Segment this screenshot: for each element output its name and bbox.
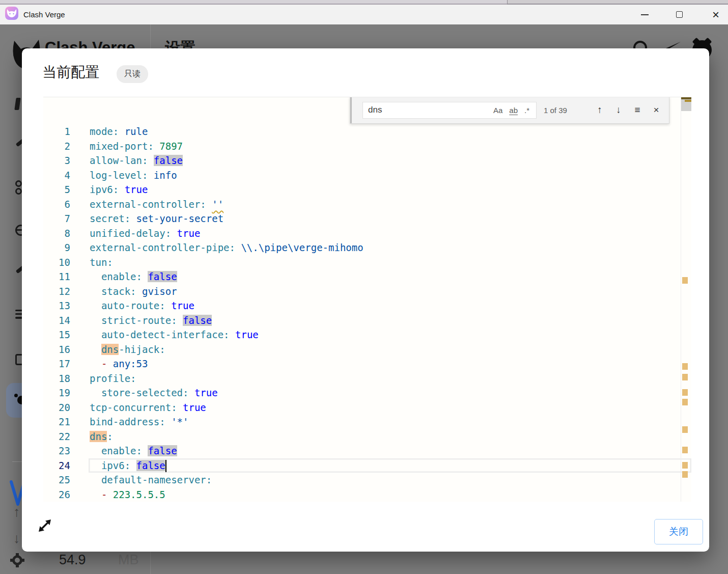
code-line-9[interactable]: 9external-controller-pipe: \\.\pipe\verg… bbox=[43, 240, 691, 255]
code-line-17[interactable]: 17 - any:53 bbox=[43, 357, 691, 371]
code-line-22[interactable]: 22dns: bbox=[43, 429, 691, 444]
readonly-badge: 只读 bbox=[117, 65, 148, 83]
code-text: - 223.5.5.5 bbox=[89, 487, 691, 502]
code-text: external-controller-pipe: \\.\pipe\verge… bbox=[89, 240, 691, 255]
code-line-13[interactable]: 13 auto-route: true bbox=[43, 298, 691, 313]
app-logo-icon bbox=[5, 7, 18, 20]
search-match-mark bbox=[682, 426, 688, 433]
code-text: default-nameserver: bbox=[89, 473, 691, 487]
sidebar-item-connections-icon bbox=[15, 180, 22, 196]
match-case-toggle[interactable]: Aa bbox=[493, 106, 502, 115]
line-number: 1 bbox=[43, 124, 70, 139]
code-line-19[interactable]: 19 store-selected: true bbox=[43, 386, 691, 400]
maximize-button[interactable] bbox=[668, 5, 690, 24]
code-text: mode: rule bbox=[89, 124, 691, 139]
code-line-5[interactable]: 5ipv6: true bbox=[43, 182, 691, 197]
find-widget-resize-sash[interactable] bbox=[350, 97, 352, 123]
line-number: 24 bbox=[43, 458, 70, 473]
code-text: mixed-port: 7897 bbox=[89, 139, 691, 154]
search-match-mark bbox=[682, 389, 688, 396]
window-title: Clash Verge bbox=[23, 5, 65, 24]
code-line-18[interactable]: 18profile: bbox=[43, 371, 691, 386]
line-number: 9 bbox=[43, 240, 70, 255]
code-line-10[interactable]: 10tun: bbox=[43, 255, 691, 270]
code-text: dns-hijack: bbox=[89, 342, 691, 357]
code-line-8[interactable]: 8unified-delay: true bbox=[43, 226, 691, 241]
line-number: 12 bbox=[43, 284, 70, 299]
code-line-25[interactable]: 25 default-nameserver: bbox=[43, 473, 691, 487]
minimize-icon bbox=[641, 14, 649, 15]
code-text: dns: bbox=[89, 429, 691, 444]
line-number: 21 bbox=[43, 415, 70, 429]
code-line-23[interactable]: 23 enable: false bbox=[43, 444, 691, 458]
memory-usage-unit: MB bbox=[118, 552, 139, 568]
find-results-count: 1 of 39 bbox=[544, 106, 567, 115]
line-number: 13 bbox=[43, 298, 70, 313]
code-line-2[interactable]: 2mixed-port: 7897 bbox=[43, 139, 691, 154]
overview-ruler[interactable] bbox=[681, 97, 691, 502]
search-match-mark bbox=[682, 277, 688, 284]
find-next-button[interactable]: ↓ bbox=[612, 104, 625, 116]
scroll-up-icon: ↑ bbox=[13, 504, 20, 520]
line-number: 7 bbox=[43, 211, 70, 226]
code-line-24[interactable]: 24 ipv6: false bbox=[43, 458, 691, 473]
top-edge-strip-right bbox=[507, 0, 728, 5]
cat-face-icon bbox=[7, 9, 17, 18]
line-number: 22 bbox=[43, 429, 70, 444]
code-text: unified-delay: true bbox=[89, 226, 691, 241]
line-number: 4 bbox=[43, 168, 70, 183]
line-number: 15 bbox=[43, 327, 70, 342]
line-number: 11 bbox=[43, 269, 70, 284]
editor-find-widget: Aa ab .* 1 of 39 ↑ ↓ ≡ × bbox=[350, 97, 669, 124]
ruler-viewport-mark bbox=[681, 97, 691, 99]
code-line-11[interactable]: 11 enable: false bbox=[43, 269, 691, 284]
line-number: 23 bbox=[43, 444, 70, 458]
code-line-21[interactable]: 21bind-address: '*' bbox=[43, 415, 691, 429]
scroll-down-icon: ↓ bbox=[13, 531, 20, 546]
code-text: auto-detect-interface: true bbox=[89, 327, 691, 342]
code-text: external-controller: '' bbox=[89, 197, 691, 212]
yaml-config-editor[interactable]: 1mode: rule2mixed-port: 78973allow-lan: … bbox=[43, 97, 691, 502]
code-text: ipv6: true bbox=[89, 182, 691, 197]
code-line-12[interactable]: 12 stack: gvisor bbox=[43, 284, 691, 299]
find-previous-button[interactable]: ↑ bbox=[594, 104, 606, 116]
code-text: enable: false bbox=[89, 269, 691, 284]
code-line-16[interactable]: 16 dns-hijack: bbox=[43, 342, 691, 357]
line-number: 8 bbox=[43, 226, 70, 241]
code-text: tun: bbox=[89, 255, 691, 270]
code-line-14[interactable]: 14 strict-route: false bbox=[43, 313, 691, 328]
expand-fullscreen-button[interactable] bbox=[36, 517, 58, 538]
dialog-close-button[interactable]: 关闭 bbox=[654, 519, 703, 544]
code-line-26[interactable]: 26 - 223.5.5.5 bbox=[43, 487, 691, 502]
code-text: ipv6: false bbox=[89, 458, 691, 473]
code-line-1[interactable]: 1mode: rule bbox=[43, 124, 691, 139]
line-number: 16 bbox=[43, 342, 70, 357]
whole-word-toggle[interactable]: ab bbox=[509, 106, 518, 115]
code-text: tcp-concurrent: true bbox=[89, 400, 691, 415]
code-line-7[interactable]: 7secret: set-your-secret bbox=[43, 211, 691, 226]
code-line-20[interactable]: 20tcp-concurrent: true bbox=[43, 400, 691, 415]
find-input-box[interactable]: Aa ab .* bbox=[362, 102, 537, 119]
find-in-selection-button[interactable]: ≡ bbox=[631, 104, 643, 116]
line-number: 6 bbox=[43, 197, 70, 212]
code-text: allow-lan: false bbox=[89, 153, 691, 168]
search-match-mark bbox=[682, 462, 688, 469]
dialog-title: 当前配置 bbox=[42, 63, 99, 82]
search-match-mark bbox=[682, 471, 688, 478]
line-number: 26 bbox=[43, 487, 70, 502]
gear-icon bbox=[12, 555, 22, 565]
line-number: 25 bbox=[43, 473, 70, 487]
code-line-15[interactable]: 15 auto-detect-interface: true bbox=[43, 327, 691, 342]
regex-toggle[interactable]: .* bbox=[524, 106, 529, 115]
find-close-button[interactable]: × bbox=[650, 104, 662, 116]
code-line-3[interactable]: 3allow-lan: false bbox=[43, 153, 691, 168]
search-match-mark bbox=[682, 447, 688, 453]
code-line-4[interactable]: 4log-level: info bbox=[43, 168, 691, 183]
code-text: store-selected: true bbox=[89, 386, 691, 400]
window-close-button[interactable]: × bbox=[705, 5, 727, 24]
minimize-button[interactable] bbox=[633, 5, 656, 24]
code-line-6[interactable]: 6external-controller: '' bbox=[43, 197, 691, 212]
search-input[interactable] bbox=[363, 105, 493, 115]
code-text: profile: bbox=[89, 371, 691, 386]
line-number: 5 bbox=[43, 182, 70, 197]
